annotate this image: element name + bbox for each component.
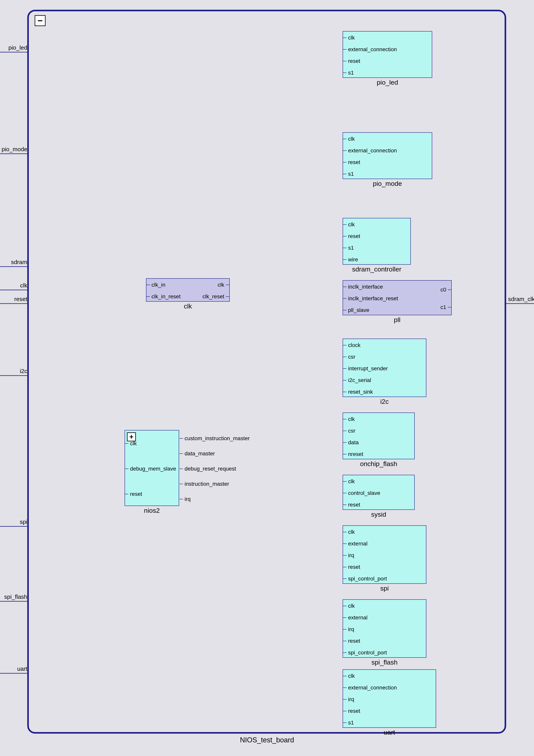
port-uart-reset: reset: [343, 708, 360, 714]
port-i2c-reset_sink: reset_sink: [343, 389, 373, 395]
port-sysid-reset: reset: [343, 502, 360, 508]
ext-port-sdram_clk: sdram_clk: [508, 296, 534, 302]
port-sysid-control_slave: control_slave: [343, 490, 380, 496]
block-title-pio_mode: pio_mode: [373, 180, 402, 187]
port-nios2-debug_mem_slave: debug_mem_slave: [125, 466, 176, 472]
ext-port-pio_mode: pio_mode: [2, 146, 27, 152]
expand-icon[interactable]: +: [127, 432, 136, 441]
port-pll-c0: c0: [440, 287, 451, 293]
block-title-spi: spi: [380, 584, 389, 592]
port-pio_mode-reset: reset: [343, 159, 360, 165]
block-title-uart: uart: [384, 729, 395, 736]
port-pio_mode-clk: clk: [343, 136, 355, 142]
board-outline: −: [27, 10, 506, 734]
port-clk-clk_in_reset: clk_in_reset: [146, 293, 181, 300]
port-nios2-instruction_master: instruction_master: [180, 481, 231, 487]
port-onchip_flash-nreset: nreset: [343, 451, 363, 457]
port-onchip_flash-clk: clk: [343, 416, 355, 422]
port-spi_flash-reset: reset: [343, 638, 360, 644]
port-spi-reset: reset: [343, 564, 360, 570]
port-sdram_controller-wire: wire: [343, 256, 358, 263]
port-spi_flash-spi_control_port: spi_control_port: [343, 650, 387, 656]
block-title-pio_led: pio_led: [377, 79, 398, 86]
block-sysid[interactable]: sysidclkcontrol_slavereset: [343, 475, 415, 510]
port-pio_led-s1: s1: [343, 70, 354, 76]
port-onchip_flash-csr: csr: [343, 428, 355, 434]
ext-port-pio_led: pio_led: [8, 44, 27, 51]
port-spi-spi_control_port: spi_control_port: [343, 576, 387, 582]
collapse-icon[interactable]: −: [35, 15, 45, 26]
port-pll-inclk_interface: inclk_interface: [343, 284, 383, 290]
port-nios2-clk: clk: [125, 440, 137, 446]
ext-port-i2c: i2c: [20, 368, 27, 374]
block-title-sdram_controller: sdram_controller: [352, 265, 401, 273]
port-uart-s1: s1: [343, 719, 354, 726]
block-title-pll: pll: [394, 316, 401, 324]
port-clk-clk_reset: clk_reset: [203, 293, 229, 300]
port-i2c-csr: csr: [343, 354, 355, 360]
block-onchip_flash[interactable]: onchip_flashclkcsrdatanreset: [343, 413, 415, 459]
port-nios2-debug_reset_request: debug_reset_request: [180, 466, 238, 472]
block-clk[interactable]: clkclk_inclk_in_resetclkclk_reset: [146, 278, 230, 302]
port-pio_mode-s1: s1: [343, 171, 354, 177]
port-nios2-reset: reset: [125, 491, 142, 497]
port-sdram_controller-s1: s1: [343, 245, 354, 251]
port-pio_led-external_connection: external_connection: [343, 46, 397, 53]
port-i2c-clock: clock: [343, 342, 360, 348]
ext-port-uart: uart: [17, 665, 27, 672]
canvas: pio_ledpio_modesdramclkreseti2cspispi_fl…: [0, 0, 534, 756]
block-spi[interactable]: spiclkexternalirqresetspi_control_port: [343, 526, 426, 584]
port-spi_flash-external: external: [343, 614, 368, 621]
port-clk-clk_in: clk_in: [146, 282, 165, 288]
ext-port-reset: reset: [14, 296, 27, 302]
port-sdram_controller-clk: clk: [343, 222, 355, 228]
block-spi_flash[interactable]: spi_flashclkexternalirqresetspi_control_…: [343, 599, 426, 658]
design-title: NIOS_test_board: [240, 736, 294, 744]
port-pio_led-clk: clk: [343, 35, 355, 41]
block-nios2[interactable]: nios2+clkdebug_mem_slaveresetcustom_inst…: [125, 430, 179, 506]
port-uart-clk: clk: [343, 673, 355, 679]
block-sdram_controller[interactable]: sdram_controllerclkresets1wire: [343, 218, 411, 265]
block-title-sysid: sysid: [371, 511, 386, 518]
block-title-clk: clk: [184, 302, 192, 310]
block-title-onchip_flash: onchip_flash: [360, 460, 397, 468]
port-spi-irq: irq: [343, 552, 354, 558]
port-uart-irq: irq: [343, 696, 354, 702]
ext-port-spi_flash: spi_flash: [4, 594, 27, 600]
port-clk-clk: clk: [218, 282, 229, 288]
port-pio_mode-external_connection: external_connection: [343, 148, 397, 154]
block-title-spi_flash: spi_flash: [372, 659, 398, 666]
port-spi_flash-clk: clk: [343, 603, 355, 609]
port-pll-inclk_interface_reset: inclk_interface_reset: [343, 295, 398, 302]
port-uart-external_connection: external_connection: [343, 685, 397, 691]
port-spi_flash-irq: irq: [343, 626, 354, 633]
ext-port-clk: clk: [20, 282, 27, 289]
port-pll-pll_slave: pll_slave: [343, 307, 369, 313]
ext-port-spi: spi: [20, 519, 27, 525]
port-pio_led-reset: reset: [343, 58, 360, 64]
port-spi-external: external: [343, 541, 368, 547]
block-uart[interactable]: uartclkexternal_connectionirqresets1: [343, 669, 436, 728]
block-title-i2c: i2c: [380, 398, 389, 405]
port-nios2-irq: irq: [180, 496, 192, 502]
port-onchip_flash-data: data: [343, 439, 359, 446]
block-pio_led[interactable]: pio_ledclkexternal_connectionresets1: [343, 31, 432, 78]
port-sysid-clk: clk: [343, 478, 355, 485]
port-spi-clk: clk: [343, 529, 355, 535]
port-i2c-interrupt_sender: interrupt_sender: [343, 365, 388, 372]
port-nios2-data_master: data_master: [180, 450, 216, 457]
port-nios2-custom_instruction_master: custom_instruction_master: [180, 435, 251, 442]
block-title-nios2: nios2: [144, 507, 160, 514]
block-pio_mode[interactable]: pio_modeclkexternal_connectionresets1: [343, 132, 432, 179]
port-i2c-i2c_serial: i2c_serial: [343, 377, 371, 383]
block-i2c[interactable]: i2cclockcsrinterrupt_senderi2c_serialres…: [343, 338, 426, 397]
port-sdram_controller-reset: reset: [343, 233, 360, 239]
port-pll-c1: c1: [440, 304, 451, 310]
block-pll[interactable]: pllinclk_interfaceinclk_interface_resetp…: [343, 280, 452, 315]
ext-port-sdram: sdram: [11, 259, 27, 265]
